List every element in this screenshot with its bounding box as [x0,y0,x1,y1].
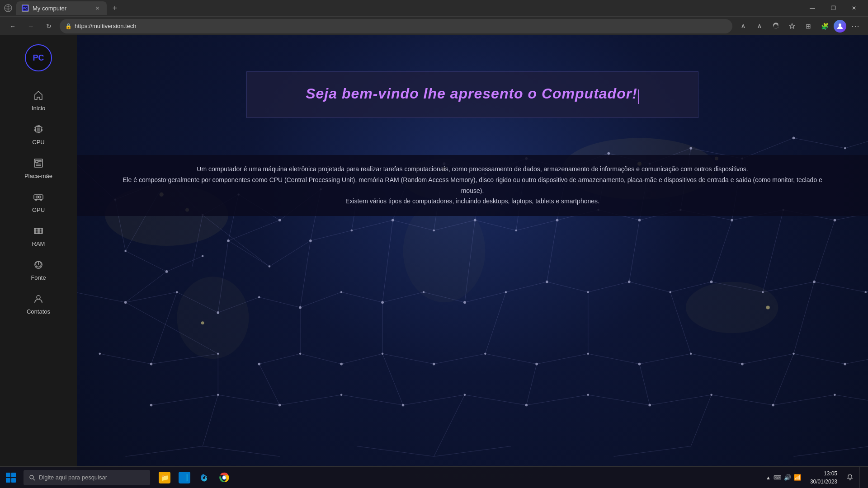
cpu-icon [33,124,43,137]
svg-point-214 [731,219,733,221]
svg-point-265 [772,404,774,407]
show-desktop-button[interactable] [859,467,863,488]
forward-button[interactable]: → [24,19,38,33]
svg-point-216 [834,219,836,221]
more-menu-icon[interactable]: ⋯ [848,19,863,33]
svg-point-235 [813,281,816,283]
svg-line-91 [300,292,341,307]
sidebar-label-ram: RAM [32,240,45,247]
chrome-icon [218,472,230,483]
sidebar-item-ram[interactable]: RAM [0,221,77,253]
svg-line-122 [382,220,393,302]
svg-point-255 [150,404,153,407]
new-tab-button[interactable]: + [108,2,121,14]
favorites-icon[interactable] [785,19,799,33]
svg-line-66 [126,251,167,271]
svg-line-92 [341,292,382,302]
svg-line-156 [403,395,465,405]
svg-line-167 [526,364,537,405]
svg-point-207 [433,230,435,232]
sidebar-item-contatos[interactable]: Contatos [0,288,77,320]
svg-line-97 [547,282,588,292]
notification-button[interactable] [843,470,857,485]
svg-point-209 [515,230,517,232]
sidebar-item-gpu[interactable]: GPU [0,187,77,219]
sidebar-item-cpu[interactable]: CPU [0,119,77,151]
svg-text:PC: PC [23,7,28,10]
refresh-page-icon[interactable] [769,19,783,33]
svg-line-158 [526,395,588,405]
svg-line-140 [639,354,691,364]
svg-point-232 [669,291,671,293]
svg-point-236 [864,291,867,293]
svg-point-266 [834,394,836,396]
profile-icon[interactable] [834,20,846,33]
svg-line-141 [691,354,742,364]
caret-icon[interactable]: ▲ [766,475,771,480]
active-tab[interactable]: PC My computer ✕ [16,1,107,15]
volume-icon[interactable]: 🔊 [784,474,791,481]
svg-point-241 [258,363,260,366]
network-icon[interactable]: 📶 [794,474,801,481]
svg-line-171 [203,446,280,456]
keyboard-icon: ⌨ [774,474,781,481]
sidebar: PC Inicio [0,35,77,488]
sidebar-item-placa-mae[interactable]: Placa-mãe [0,153,77,185]
svg-point-233 [710,281,713,283]
svg-line-159 [588,395,650,405]
svg-line-71 [269,241,311,267]
system-tray: ▲ ⌨ 🔊 📶 [762,474,805,481]
svg-line-87 [126,292,177,302]
taskbar-app-edge[interactable] [195,467,213,488]
svg-line-142 [742,354,794,364]
svg-line-121 [300,241,311,308]
tab-close-button[interactable]: ✕ [93,4,101,12]
windows-logo-icon [6,473,16,483]
sidebar-item-inicio[interactable]: Inicio [0,85,77,117]
back-button[interactable]: ← [5,19,20,33]
svg-line-174 [614,446,691,456]
svg-line-157 [465,395,526,405]
svg-line-77 [516,220,557,230]
svg-point-223 [299,306,302,309]
collections-icon[interactable]: ⊞ [801,19,816,33]
svg-point-248 [587,353,590,355]
browser-chrome: PC My computer ✕ + — ❐ ✕ ← → ↻ 🔒 https:/… [0,0,868,35]
start-button[interactable] [0,467,22,488]
svg-point-202 [227,239,230,242]
sidebar-label-inicio: Inicio [32,105,45,112]
reader-icon[interactable]: A [752,19,767,33]
sidebar-logo: PC [25,44,52,71]
svg-line-126 [712,220,732,282]
refresh-button[interactable]: ↻ [42,19,56,33]
svg-point-43 [177,277,249,359]
taskbar-app-vscode[interactable] [175,467,193,488]
taskbar-clock[interactable]: 13:05 30/01/2023 [807,469,841,486]
svg-point-220 [176,291,178,293]
svg-point-252 [793,353,795,355]
svg-line-177 [434,395,465,456]
svg-line-144 [845,354,868,364]
svg-point-244 [382,353,384,355]
extensions-icon[interactable]: 🧩 [817,19,832,33]
svg-point-239 [150,363,153,366]
sidebar-item-fonte[interactable]: Fonte [0,254,77,286]
taskbar-search[interactable]: Digite aqui para pesquisar [24,470,150,485]
svg-point-259 [402,404,405,407]
close-button[interactable]: ✕ [844,0,864,16]
maximize-button[interactable]: ❐ [823,0,844,16]
sidebar-nav: Inicio CPU [0,85,77,320]
svg-point-231 [628,281,631,283]
taskbar-app-chrome[interactable] [215,467,233,488]
contacts-icon [33,294,43,306]
translate-icon[interactable]: A [736,19,750,33]
taskbar-app-file-explorer[interactable]: 📁 [156,467,174,488]
tab-favicon: PC [22,5,29,12]
url-bar[interactable]: 🔒 https://multiversion.tech [60,19,732,33]
svg-line-161 [712,395,773,405]
edge-icon [198,472,210,483]
motherboard-icon [33,158,43,171]
svg-point-219 [124,301,127,304]
svg-point-247 [535,363,538,366]
minimize-button[interactable]: — [802,0,823,16]
